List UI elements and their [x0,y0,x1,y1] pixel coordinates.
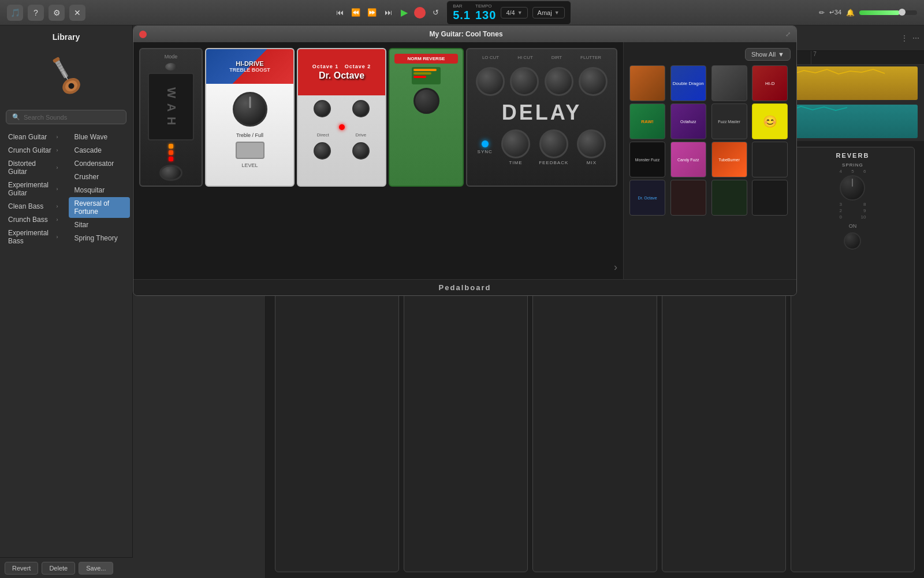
pedal-delay[interactable]: LO CUT HI CUT DIRT FLUTTER [466,48,617,187]
preset-thumb-11[interactable]: TubeBurner [711,142,747,177]
delay-knob-dirt[interactable] [545,67,573,96]
key-display[interactable]: Amaj ▼ [532,7,565,18]
hidrive-knob[interactable] [233,92,267,127]
pedal-wah[interactable]: Mode W A H [139,48,203,187]
amp-title-reverb: REVERB [796,152,910,159]
delay-knob-mix[interactable] [577,129,606,158]
sidebar-item-crunch-bass[interactable]: Crunch Bass › [2,213,64,226]
preset-thumb-9[interactable]: Monster Fuzz [629,142,665,177]
preset-thumb-10[interactable]: Candy Fuzz [670,142,706,177]
preset-thumb-15[interactable] [711,180,747,216]
save-btn[interactable]: Save... [79,562,113,575]
fast-rewind-btn[interactable]: ⏪ [349,6,362,19]
trutape-leds [412,67,441,84]
delay-knob-time[interactable] [501,129,530,158]
close-toolbar-icon[interactable]: ✕ [69,5,85,21]
search-placeholder: Search Sounds [24,114,67,121]
sidebar-item-cascade[interactable]: Cascade [69,144,131,157]
wah-foot-knob[interactable] [159,165,182,181]
amp-reverb-on-knob[interactable] [844,232,861,250]
preset-thumb-14[interactable] [670,180,706,216]
hidrive-switch[interactable] [236,142,264,159]
delay-knob-flutter[interactable] [579,67,608,96]
pencil-icon[interactable]: ✏ [819,9,825,17]
plugin-titlebar: My Guitar: Cool Tones ⤢ [133,26,796,42]
pedal-trutape[interactable]: NORM REVERSE [389,48,464,187]
next-pedal-arrow[interactable]: › [614,261,617,273]
sidebar-item-clean-guitar[interactable]: Clean Guitar › [2,131,64,143]
track-type-icon[interactable]: ⋮ [901,34,908,42]
pedals-row: Mode W A H [139,48,617,187]
delay-dirt: DIRT [552,55,562,60]
preset-thumb-1[interactable] [629,65,665,101]
amp-spring-scale-3: 2 9 [838,208,867,213]
pedal-hidrive[interactable]: HI-DRIVE TREBLE BOOST Treble / Full LEVE… [205,48,295,187]
count-in-icon[interactable]: ↵34 [829,9,841,16]
search-icon: 🔍 [12,113,20,121]
presets-panel: Show All ▼ Double Dragon HI-D RAW! Octaf… [623,42,796,279]
play-btn[interactable]: ▶ [398,6,411,19]
revert-btn[interactable]: Revert [5,562,38,575]
delay-top-knobs [473,67,610,96]
preset-thumb-2[interactable]: Double Dragon [670,65,706,101]
preset-thumb-6[interactable]: Octafuzz [670,103,706,139]
sidebar-item-blue-wave[interactable]: Blue Wave [69,131,131,143]
octave-knob-4[interactable] [352,142,370,160]
preset-thumb-3[interactable] [711,65,747,101]
trutape-display: NORM REVERSE [394,54,458,64]
sidebar-item-sitar[interactable]: Sitar [69,218,131,231]
search-box[interactable]: 🔍 Search Sounds [6,110,126,124]
delay-knob-lo-cut[interactable] [476,67,505,96]
skip-btn[interactable]: ⏭ [382,6,394,19]
preset-thumb-4[interactable]: HI-D [752,65,788,101]
octave-knob-1[interactable] [314,100,331,117]
key-signature[interactable]: 4/4 ▼ [501,7,527,18]
octave-knob-2[interactable] [352,100,370,117]
rewind-btn[interactable]: ⏮ [333,6,346,19]
trutape-main-knob[interactable] [413,88,439,114]
pedal-octave[interactable]: Octave 1 Octave 2 Dr. Octave Direct Driv… [297,48,386,187]
volume-slider[interactable] [859,10,917,15]
fast-forward-btn[interactable]: ⏩ [366,6,378,19]
preset-thumb-8[interactable]: 😊 [752,103,788,139]
sidebar-item-clean-bass[interactable]: Clean Bass › [2,200,64,213]
sidebar-item-experimental-guitar[interactable]: Experimental Guitar › [2,179,64,199]
wah-label: W A H [165,87,178,126]
preset-thumb-16[interactable] [752,180,788,216]
amp-reverb-on-label: ON [796,223,910,229]
delay-time-group: TIME [501,129,530,165]
record-btn[interactable] [414,7,426,18]
tuner-icon[interactable]: 🔔 [846,9,855,17]
show-all-label: Show All [751,51,776,58]
preset-thumb-5[interactable]: RAW! [629,103,665,139]
app-icon[interactable]: 🎵 [7,5,23,21]
octave-knob-3[interactable] [314,142,331,160]
delete-btn[interactable]: Delete [42,562,75,575]
help-icon[interactable]: ? [28,5,44,21]
sidebar-item-crunch-guitar[interactable]: Crunch Guitar › [2,144,64,157]
sidebar-item-crusher[interactable]: Crusher [69,171,131,183]
plugin-window: My Guitar: Cool Tones ⤢ Mode W A H [133,25,797,296]
presets-grid: Double Dragon HI-D RAW! Octafuzz Fuzz Ma… [629,65,791,216]
preset-thumb-12[interactable] [752,142,788,177]
amp-spring-knob[interactable] [840,175,865,201]
settings-icon[interactable]: ⚙ [49,5,65,21]
sidebar-item-distorted-guitar[interactable]: Distorted Guitar › [2,157,64,178]
show-all-btn[interactable]: Show All ▼ [745,48,791,61]
sidebar-item-experimental-bass[interactable]: Experimental Bass › [2,227,64,247]
plugin-expand-btn[interactable]: ⤢ [785,31,791,38]
loop-btn[interactable]: ↺ [429,6,442,19]
delay-knob-feedback[interactable] [539,129,568,158]
sidebar-item-condensator[interactable]: Condensator [69,157,131,170]
footer-buttons: Revert Delete Save... [0,557,133,578]
delay-knob-hi-cut[interactable] [510,67,539,96]
tempo-label: TEMPO [475,3,496,9]
plugin-close-btn[interactable] [139,31,147,38]
track-options-icon[interactable]: ⋯ [912,34,919,42]
sidebar-item-spring-theory[interactable]: Spring Theory [69,232,131,244]
preset-thumb-7[interactable]: Fuzz Master [711,103,747,139]
sidebar-item-reversal[interactable]: Reversal of Fortune [69,197,131,218]
sidebar-item-mosquitar[interactable]: Mosquitar [69,184,131,197]
preset-thumb-13[interactable]: Dr. Octave [629,180,665,216]
wah-mode-knob[interactable] [165,63,177,71]
